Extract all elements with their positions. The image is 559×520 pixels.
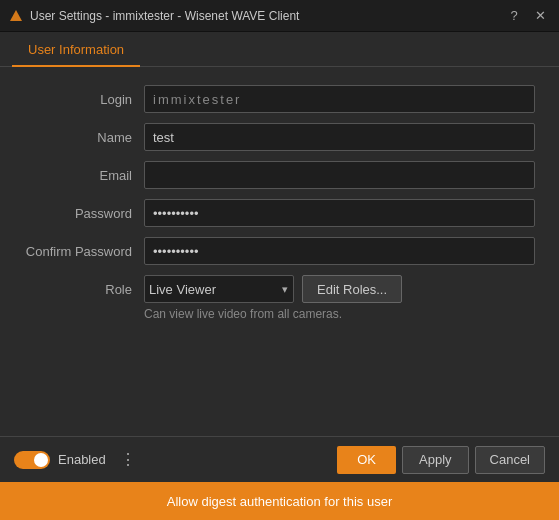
app-icon <box>8 8 24 24</box>
tab-bar: User Information <box>0 32 559 67</box>
confirm-password-label: Confirm Password <box>24 244 144 259</box>
email-input[interactable] <box>144 161 535 189</box>
role-row: Role Live Viewer Advanced Viewer Adminis… <box>24 275 535 303</box>
login-row: Login <box>24 85 535 113</box>
role-select-wrap: Live Viewer Advanced Viewer Administrato… <box>144 275 294 303</box>
cancel-button[interactable]: Cancel <box>475 446 545 474</box>
window-title: User Settings - immixtester - Wisenet WA… <box>30 9 497 23</box>
close-button[interactable]: ✕ <box>529 5 551 27</box>
tab-user-information[interactable]: User Information <box>12 32 140 67</box>
confirm-password-input[interactable] <box>144 237 535 265</box>
role-label: Role <box>24 282 144 297</box>
password-row: Password <box>24 199 535 227</box>
name-row: Name <box>24 123 535 151</box>
tooltip-bar: Allow digest authentication for this use… <box>0 482 559 520</box>
email-label: Email <box>24 168 144 183</box>
content-spacer <box>24 329 535 389</box>
name-input[interactable] <box>144 123 535 151</box>
email-row: Email <box>24 161 535 189</box>
form-content: Login Name Email Password Confirm Passwo… <box>0 67 559 401</box>
apply-button[interactable]: Apply <box>402 446 469 474</box>
bottom-bar: Enabled ⋮ OK Apply Cancel <box>0 436 559 482</box>
edit-roles-button[interactable]: Edit Roles... <box>302 275 402 303</box>
toggle-knob <box>34 453 48 467</box>
enabled-toggle-wrap: Enabled <box>14 451 106 469</box>
login-label: Login <box>24 92 144 107</box>
enabled-toggle[interactable] <box>14 451 50 469</box>
action-buttons: OK Apply Cancel <box>337 446 545 474</box>
confirm-password-row: Confirm Password <box>24 237 535 265</box>
password-input[interactable] <box>144 199 535 227</box>
tooltip-text: Allow digest authentication for this use… <box>167 494 392 509</box>
enabled-label: Enabled <box>58 452 106 467</box>
ok-button[interactable]: OK <box>337 446 396 474</box>
role-hint: Can view live video from all cameras. <box>144 307 535 321</box>
title-bar: User Settings - immixtester - Wisenet WA… <box>0 0 559 32</box>
name-label: Name <box>24 130 144 145</box>
more-button[interactable]: ⋮ <box>116 448 140 471</box>
role-select[interactable]: Live Viewer Advanced Viewer Administrato… <box>144 275 294 303</box>
help-button[interactable]: ? <box>503 5 525 27</box>
svg-marker-0 <box>10 10 22 21</box>
window-controls: ? ✕ <box>503 5 551 27</box>
login-input[interactable] <box>144 85 535 113</box>
password-label: Password <box>24 206 144 221</box>
